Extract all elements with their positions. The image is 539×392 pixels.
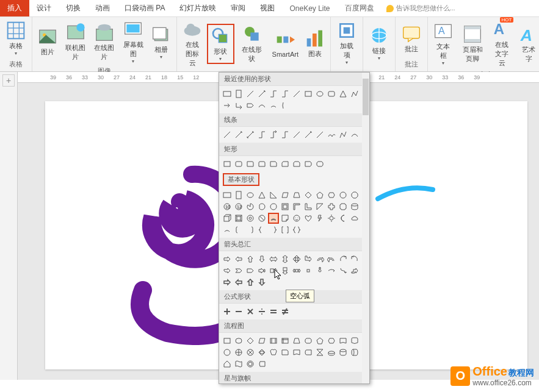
basic-pentagon[interactable] [314,190,325,201]
shape-arrow-right[interactable] [222,100,233,111]
arrow8[interactable] [303,254,314,265]
shape-line[interactable] [245,88,256,99]
arrow12[interactable] [349,254,360,265]
shape-rounded[interactable] [326,88,337,99]
basic-diamond[interactable] [303,190,314,201]
arrow23[interactable] [338,265,349,276]
eq-equals[interactable] [268,306,279,317]
shape-curve[interactable] [256,100,267,111]
basic-plus[interactable] [326,201,337,212]
fc13[interactable] [222,347,233,358]
shape-oval[interactable] [314,88,325,99]
basic-l[interactable] [303,201,314,212]
basic-bracket-r[interactable] [245,224,256,235]
basic-brace-l[interactable] [256,224,267,235]
fc14[interactable] [233,347,244,358]
basic-sun[interactable] [326,213,337,224]
basic-cloud[interactable] [349,213,360,224]
shape-connector[interactable] [268,88,279,99]
shape-elbow[interactable] [280,88,291,99]
fc19[interactable] [291,347,302,358]
basic-pie[interactable] [245,201,256,212]
basic-textbox[interactable] [222,190,233,201]
blue-curve-shape[interactable] [375,180,436,205]
arrow24[interactable] [349,265,360,276]
eq-divide[interactable] [256,306,267,317]
fc15[interactable] [245,347,256,358]
tab-animation[interactable]: 动画 [88,0,117,16]
tab-transition[interactable]: 切换 [59,0,88,16]
rect6[interactable] [280,159,291,169]
basic-heart[interactable] [303,213,314,224]
fc20[interactable] [303,347,314,358]
shape-curve-conn[interactable] [291,88,302,99]
basic-oval[interactable] [245,190,256,201]
basic-diag[interactable] [314,201,325,212]
arrow26[interactable] [233,277,244,288]
fc23[interactable] [338,347,349,358]
table-button[interactable]: 表格 ▾ [2,20,29,57]
basic-foldedcorner[interactable] [280,213,291,224]
dropdown-scrollbar[interactable] [362,73,369,383]
screenshot-button[interactable]: 屏幕截图 ▾ [120,18,147,65]
arrow27[interactable] [245,277,256,288]
basic-hexagon[interactable] [326,190,337,201]
shape-rect[interactable] [303,88,314,99]
basic-arc[interactable] [222,224,233,235]
arrow20[interactable] [303,265,314,276]
shape-textbox-v[interactable] [233,88,244,99]
arrow7[interactable] [291,254,302,265]
shape-line6[interactable] [280,129,291,140]
basic-smiley[interactable] [291,213,302,224]
arrow3[interactable] [245,254,256,265]
link-button[interactable]: 链接 ▾ [366,24,392,62]
arrow4[interactable] [256,254,267,265]
tab-onekey[interactable]: OneKey Lite [282,1,337,16]
arrow6[interactable] [280,254,291,265]
wordart-button[interactable]: A 艺术字 [516,23,539,65]
basic-noentry[interactable] [256,213,267,224]
shape-arc[interactable] [268,100,279,111]
basic-heptagon[interactable] [338,190,349,201]
arrow5[interactable] [268,254,279,265]
arrow11[interactable] [338,254,349,265]
online-icons-button[interactable]: 在线 图标云 [179,18,206,69]
arrow10[interactable] [326,254,337,265]
arrow14[interactable] [233,265,244,276]
basic-rtriangle[interactable] [268,190,279,201]
arrow28[interactable] [256,277,267,288]
add-slide-button[interactable]: + [2,74,15,87]
shape-line9[interactable] [314,129,325,140]
fc2[interactable] [233,335,244,346]
basic-can[interactable] [349,201,360,212]
tab-review[interactable]: 审阅 [223,0,253,16]
arrow17[interactable] [268,265,279,276]
online-wordcloud-button[interactable]: HOT A 在线 文字云 [489,18,515,69]
fc17[interactable] [268,347,279,358]
basic-brace-r[interactable] [268,224,279,235]
arrow13[interactable] [222,265,233,276]
shape-freeform[interactable] [349,88,360,99]
shape-line5[interactable] [268,129,279,140]
basic-cube[interactable] [222,213,233,224]
eq-notequals[interactable] [280,306,291,317]
rect5[interactable] [268,159,279,169]
arrow22[interactable] [326,265,337,276]
fc9[interactable] [314,335,325,346]
textbox-button[interactable]: A 文本框 ▾ [430,20,456,67]
chart-button[interactable]: 图表 [302,27,328,60]
album-button[interactable]: 相册 ▾ [148,23,174,61]
basic-blockarc[interactable] [268,213,279,224]
shape-line11[interactable] [338,129,349,140]
tab-view[interactable]: 视图 [253,0,282,16]
basic-donut[interactable] [245,213,256,224]
basic-decagon[interactable]: 10 [222,201,233,212]
basic-lightning[interactable] [314,213,325,224]
fc25[interactable] [222,358,233,369]
rect9[interactable] [314,159,325,169]
fc12[interactable] [349,335,360,346]
basic-braces[interactable] [291,224,302,235]
basic-bracket-l[interactable] [233,224,244,235]
eq-multiply[interactable] [245,306,256,317]
arrow21[interactable] [314,265,325,276]
